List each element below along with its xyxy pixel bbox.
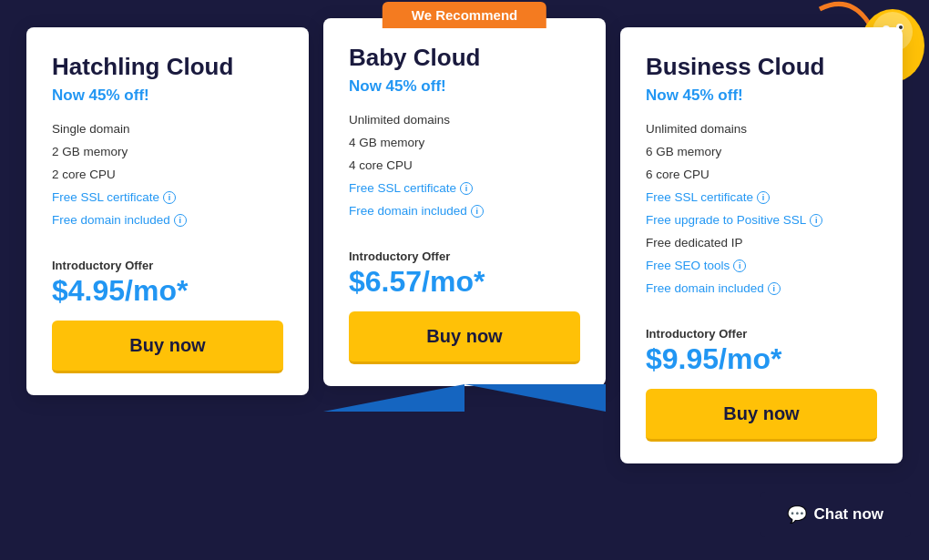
feature-item: 6 GB memory: [646, 140, 877, 163]
feature-item: Free SSL certificate i: [349, 177, 580, 199]
feature-item: Free domain included i: [646, 277, 877, 300]
feature-item: Unlimited domains: [349, 108, 580, 131]
plan-title-baby: Baby Cloud: [349, 44, 580, 72]
feature-list-hatchling: Single domain 2 GB memory 2 core CPU Fre…: [52, 117, 283, 231]
feature-item: 2 core CPU: [52, 163, 283, 186]
plan-card-business: Business Cloud Now 45% off! Unlimited do…: [620, 27, 903, 463]
feature-item: 4 core CPU: [349, 154, 580, 177]
buy-now-hatchling[interactable]: Buy now: [52, 321, 283, 373]
price-business: $9.95/mo*: [646, 342, 877, 376]
feature-item: Unlimited domains: [646, 117, 877, 140]
plan-card-baby: We Recommend Baby Cloud Now 45% off! Unl…: [323, 18, 606, 386]
feature-item: Free SSL certificate i: [52, 186, 283, 209]
price-hatchling: $4.95/mo*: [52, 274, 283, 308]
page-container: Hatchling Cloud Now 45% off! Single doma…: [0, 0, 929, 560]
plan-discount-business: Now 45% off!: [646, 87, 877, 105]
info-icon[interactable]: i: [460, 182, 473, 195]
featured-badge: We Recommend: [383, 2, 546, 28]
feature-item: Free SEO tools i: [646, 254, 877, 277]
pricing-section-baby: Introductory Offer $6.57/mo* Buy now: [349, 239, 580, 364]
plan-title-hatchling: Hatchling Cloud: [52, 53, 283, 81]
feature-item: 2 GB memory: [52, 140, 283, 163]
info-icon[interactable]: i: [768, 282, 781, 295]
intro-label-hatchling: Introductory Offer: [52, 259, 283, 272]
chat-icon: 💬: [787, 504, 807, 524]
buy-now-business[interactable]: Buy now: [646, 389, 877, 442]
info-icon[interactable]: i: [733, 260, 746, 272]
feature-item: Free SSL certificate i: [646, 186, 877, 209]
feature-item: 4 GB memory: [349, 131, 580, 154]
feature-item: Free domain included i: [52, 209, 283, 231]
plan-discount-hatchling: Now 45% off!: [52, 87, 283, 105]
featured-decoration: [323, 384, 606, 412]
pricing-section-business: Introductory Offer $9.95/mo* Buy now: [646, 316, 877, 442]
feature-item: Free domain included i: [349, 199, 580, 222]
intro-label-baby: Introductory Offer: [349, 249, 580, 263]
plan-title-business: Business Cloud: [646, 53, 877, 81]
feature-list-baby: Unlimited domains 4 GB memory 4 core CPU…: [349, 108, 580, 222]
intro-label-business: Introductory Offer: [646, 327, 877, 341]
info-icon[interactable]: i: [163, 191, 176, 204]
info-icon[interactable]: i: [757, 191, 770, 204]
info-icon[interactable]: i: [810, 214, 822, 227]
pricing-section-hatchling: Introductory Offer $4.95/mo* Buy now: [52, 248, 283, 373]
info-icon[interactable]: i: [471, 205, 484, 218]
feature-item: Free upgrade to Positive SSL i: [646, 209, 877, 231]
feature-item: Single domain: [52, 117, 283, 140]
plan-card-hatchling: Hatchling Cloud Now 45% off! Single doma…: [26, 27, 309, 395]
plans-wrapper: Hatchling Cloud Now 45% off! Single doma…: [18, 27, 911, 463]
info-icon[interactable]: i: [174, 214, 187, 227]
feature-list-business: Unlimited domains 6 GB memory 6 core CPU…: [646, 117, 877, 300]
buy-now-baby[interactable]: Buy now: [349, 311, 580, 364]
feature-item: Free dedicated IP: [646, 231, 877, 254]
plan-discount-baby: Now 45% off!: [349, 77, 580, 96]
feature-item: 6 core CPU: [646, 163, 877, 186]
chat-now-label: Chat now: [814, 505, 884, 524]
chat-now-button[interactable]: 💬 Chat now: [760, 492, 912, 537]
price-baby: $6.57/mo*: [349, 265, 580, 299]
